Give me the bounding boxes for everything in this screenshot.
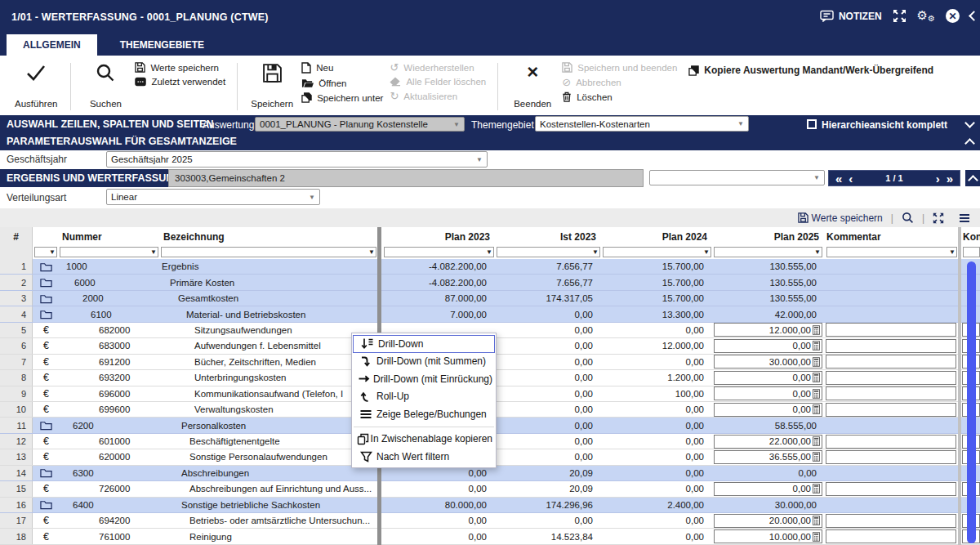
expand-icon[interactable] [893,9,906,23]
menu-item-drill-down-einrueckung[interactable]: Drill-Down (mit Einrückung) [352,370,496,388]
menu-item-roll-up[interactable]: Roll-Up [352,388,496,406]
speichern-button[interactable]: Speichern [246,58,298,115]
prev-page-button[interactable]: ‹ [849,172,853,185]
plan2025-input[interactable]: 20.000,00 [714,514,822,528]
euro-icon[interactable]: € [33,355,60,369]
grid-search-icon[interactable] [902,212,914,224]
last-page-button[interactable]: » [947,172,953,185]
filter-plan2025[interactable]: ▼ [714,247,822,257]
table-row[interactable]: 15 € 726000 Abschreibungen auf Einrichtu… [0,481,980,497]
euro-icon[interactable]: € [33,529,60,543]
kommentar-input[interactable] [826,450,956,464]
themengebiet-select[interactable]: Kostenstellen-Kostenarten▼ [535,116,749,132]
grid-menu-icon[interactable] [959,213,970,223]
menu-item-drill-down[interactable]: Drill-Down [353,335,495,353]
table-row[interactable]: 16 6400 Sonstige betriebliche Sachkosten… [0,498,980,513]
grid-expand-icon[interactable] [933,212,944,224]
menu-item-zeige-belege[interactable]: Zeige Belege/Buchungen [352,405,496,423]
table-row[interactable]: 17 € 694200 Betriebs- oder amtsärztliche… [0,513,980,529]
euro-icon[interactable]: € [33,402,60,417]
speichern-und-beenden-button[interactable]: Speichern und beenden [562,62,677,73]
ausfuehren-button[interactable]: Ausführen [10,58,62,115]
aktualisieren-button[interactable]: ↻ Aktualisieren [390,91,486,101]
kommentar-input[interactable] [826,435,956,449]
col-plan2025[interactable]: Plan 2025 [714,227,819,246]
calculator-icon[interactable] [813,325,820,335]
filter-nummer[interactable]: ▼ [60,247,158,257]
alle-felder-loeschen-button[interactable]: Alle Felder löschen [390,77,486,87]
euro-icon[interactable]: € [33,386,60,401]
collapse-section-icon[interactable] [964,138,975,149]
zuletzt-verwendet-button[interactable]: Zuletzt verwendet [135,77,225,87]
calculator-icon[interactable] [813,436,820,446]
menu-item-drill-down-summen[interactable]: Drill-Down (mit Summen) [352,353,496,371]
column-divider[interactable] [958,227,961,545]
folder-icon[interactable] [33,306,60,321]
menu-item-zwischenablage[interactable]: In Zwischenablage kopieren [352,431,496,449]
folder-icon[interactable] [33,418,60,432]
speichern-unter-button[interactable]: Speichern unter [301,92,383,103]
plan2025-input[interactable]: 30.000,00 [714,355,822,369]
euro-icon[interactable]: € [33,370,60,385]
filter-plan2024[interactable]: ▼ [603,247,711,257]
kostenstelle-select[interactable]: ▼ [649,170,825,185]
verteilungsart-select[interactable]: Linear▼ [106,189,320,205]
collapse-left-icon[interactable] [969,11,979,21]
hierarchie-checkbox[interactable] [807,119,817,129]
euro-icon[interactable]: € [33,434,60,449]
kostenstelle-field[interactable]: 303003,Gemeinschaften 2 [168,169,644,187]
kommentar-input[interactable] [826,529,956,543]
folder-icon[interactable] [33,275,60,289]
folder-icon[interactable] [33,466,60,480]
calculator-icon[interactable] [813,389,820,399]
filter-icon-col[interactable]: ▼ [34,247,57,257]
notizen-button[interactable]: NOTIZEN [820,10,882,22]
filter-ist2023[interactable]: ▼ [497,247,600,257]
tab-themengebiete[interactable]: THEMENGEBIETE [104,34,220,56]
filter-plan2023[interactable]: ▼ [384,247,494,257]
col-kommentar[interactable]: Kommentar [826,227,949,246]
table-row[interactable]: 18 € 761000 Reinigung 0,00 14.523,84 0,0… [0,529,980,544]
kommentar-input[interactable] [826,403,956,417]
grid-werte-speichern-button[interactable]: Werte speichern [798,212,883,224]
col-nummer[interactable]: Nummer [62,227,158,246]
close-icon[interactable]: ✕ [946,9,960,23]
kommentar-input[interactable] [826,482,956,496]
kommentar-input[interactable] [826,323,956,337]
auswertung-select[interactable]: 0001_PLANUNG - Planung Kostenstelle▼ [255,117,465,132]
col-kon[interactable]: Kon [963,227,980,246]
plan2025-input[interactable]: 0,00 [714,339,822,353]
kommentar-input[interactable] [826,386,956,400]
euro-icon[interactable]: € [33,338,60,353]
euro-icon[interactable]: € [33,481,60,496]
euro-icon[interactable]: € [33,513,60,528]
folder-icon[interactable] [33,291,60,306]
plan2025-input[interactable]: 12.000,00 [714,323,822,337]
suchen-button[interactable]: Suchen [79,58,131,115]
kommentar-input[interactable] [826,339,956,353]
euro-icon[interactable]: € [33,449,60,464]
collapse-section-icon[interactable] [965,170,980,186]
euro-icon[interactable]: € [33,323,60,337]
table-row[interactable]: 14 6300 Abschreibungen 0,00 20,09 0,00 0… [0,466,980,481]
plan2025-input[interactable]: 0,00 [714,482,822,496]
col-rownum[interactable]: # [0,227,33,246]
abbrechen-button[interactable]: ⊘ Abbrechen [562,77,677,87]
plan2025-input[interactable]: 36.555,00 [714,450,822,464]
table-row[interactable]: 2 6000 Primäre Kosten -4.082.200,00 7.65… [0,275,980,290]
plan2025-input[interactable]: 22.000,00 [714,435,822,449]
plan2025-input[interactable]: 0,00 [714,371,822,385]
kommentar-input[interactable] [826,371,956,385]
kommentar-input[interactable] [826,355,956,369]
plan2025-input[interactable]: 0,00 [714,386,822,400]
plan2025-input[interactable]: 10.000,00 [714,529,822,543]
folder-icon[interactable] [33,259,60,274]
menu-item-nach-wert-filtern[interactable]: Nach Wert filtern [352,448,496,466]
calculator-icon[interactable] [813,341,820,351]
col-plan2023[interactable]: Plan 2023 [382,227,490,246]
oeffnen-button[interactable]: Öffnen [301,78,383,88]
neu-button[interactable]: Neu [301,62,383,74]
calculator-icon[interactable] [813,532,820,542]
beenden-button[interactable]: × Beenden [506,58,559,115]
kommentar-input[interactable] [826,514,956,528]
